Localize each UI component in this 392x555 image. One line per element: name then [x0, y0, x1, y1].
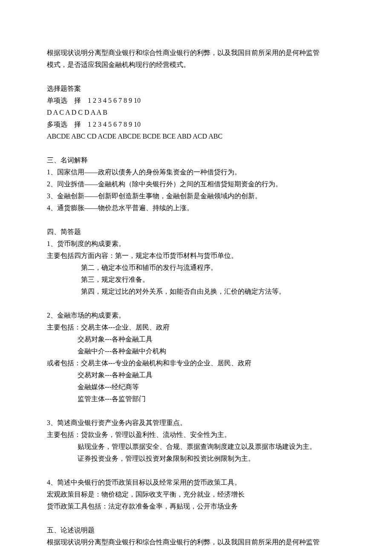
section-4-title: 四、简答题	[47, 226, 345, 238]
section-5-title: 五、论述说明题	[47, 524, 345, 536]
intro-paragraph: 根据现状说明分离型商业银行和综合性商业银行的利弊，以及我国目前所采用的是何种监管…	[47, 47, 345, 71]
q4-question: 4、简述中央银行的货币政策目标以及经常采用的货币政策工具。	[47, 477, 345, 489]
intro-line-1: 根据现状说明分离型商业银行和综合性商业银行的利弊，以及我国目前所采用的是何种监管	[47, 47, 345, 59]
q2-intro-1: 主要包括：交易主体---企业、居民、政府	[47, 321, 345, 333]
term-3: 3、金融创新——创新即创造新生事物，金融创新是金融领域内的创新。	[47, 190, 345, 202]
section-4-short-answers: 四、简答题 1、货币制度的构成要素。 主要包括四方面内容：第一，规定本位币货币材…	[47, 226, 345, 512]
q1-line-2: 第二，确定本位币和辅币的发行与流通程序。	[47, 262, 345, 274]
q1-line-3: 第三，规定发行准备。	[47, 274, 345, 286]
term-2: 2、同业拆借——金融机构（除中央银行外）之间的互相借贷短期资金的行为。	[47, 178, 345, 190]
q2-b2-line-2: 金融媒体---经纪商等	[47, 381, 345, 393]
choice-title: 选择题答案	[47, 83, 345, 95]
question-3: 3、简述商业银行资产业务内容及其管理重点。 主要包括：贷款业务，管理以盈利性、流…	[47, 417, 345, 465]
q3-intro: 主要包括：贷款业务，管理以盈利性、流动性、安全性为主。	[47, 429, 345, 441]
section-5-line-1: 根据现状说明分离型商业银行和综合性商业银行的利弊，以及我国目前所采用的是何种监管	[47, 536, 345, 548]
section-5-essay: 五、论述说明题 根据现状说明分离型商业银行和综合性商业银行的利弊，以及我国目前所…	[47, 524, 345, 548]
q3-question: 3、简述商业银行资产业务内容及其管理重点。	[47, 417, 345, 429]
q2-b2-line-3: 监管主体---各监管部门	[47, 393, 345, 405]
single-choice-answers: D A C A D C D A A B	[47, 107, 345, 119]
q1-line-4: 第四，规定过比的对外关系，如能否自由兑换，汇价的确定方法等。	[47, 286, 345, 298]
section-3-title: 三、名词解释	[47, 154, 345, 166]
q1-question: 1、货币制度的构成要素。	[47, 238, 345, 250]
term-4: 4、通货膨胀——物价总水平普遍、持续的上涨。	[47, 202, 345, 214]
q2-intro-2: 或者包括：交易主体---专业的金融机构和非专业的企业、居民、政府	[47, 357, 345, 369]
q2-b1-line-2: 金融中介---各种金融中介机构	[47, 345, 345, 357]
q3-line-2: 证券投资业务，管理以投资对象限制和投资比例限制为主。	[47, 453, 345, 465]
question-4: 4、简述中央银行的货币政策目标以及经常采用的货币政策工具。 宏观政策目标是：物价…	[47, 477, 345, 512]
multi-choice-answers: ABCDE ABC CD ACDE ABCDE BCDE BCE ABD ACD…	[47, 130, 345, 142]
term-1: 1、国家信用——政府以债务人的身份筹集资金的一种借贷行为。	[47, 166, 345, 178]
q1-intro: 主要包括四方面内容：第一，规定本位币货币材料与货币单位。	[47, 250, 345, 262]
q2-question: 2、金融市场的构成要素。	[47, 309, 345, 321]
section-3-terms: 三、名词解释 1、国家信用——政府以债务人的身份筹集资金的一种借贷行为。 2、同…	[47, 154, 345, 214]
multi-choice-label: 多项选 择 1 2 3 4 5 6 7 8 9 10	[47, 119, 345, 130]
q2-b2-line-1: 交易对象---各种金融工具	[47, 369, 345, 381]
question-2: 2、金融市场的构成要素。 主要包括：交易主体---企业、居民、政府 交易对象--…	[47, 309, 345, 405]
question-1: 1、货币制度的构成要素。 主要包括四方面内容：第一，规定本位币货币材料与货币单位…	[47, 238, 345, 298]
q4-line-1: 宏观政策目标是：物价稳定，国际收支平衡，充分就业，经济增长	[47, 489, 345, 500]
q2-b1-line-1: 交易对象---各种金融工具	[47, 333, 345, 345]
q3-line-1: 贴现业务，管理以票据安全、合规、票据查询制度建立以及票据市场建设为主。	[47, 441, 345, 453]
q4-line-2: 货币政策工具包括：法定存款准备金率，再贴现，公开市场业务	[47, 500, 345, 512]
single-choice-label: 单项选 择 1 2 3 4 5 6 7 8 9 10	[47, 95, 345, 107]
intro-line-2: 模式，是否适应我国金融机构现行的经营模式。	[47, 59, 345, 71]
document-page: 根据现状说明分离型商业银行和综合性商业银行的利弊，以及我国目前所采用的是何种监管…	[0, 0, 392, 555]
choice-answers-block: 选择题答案 单项选 择 1 2 3 4 5 6 7 8 9 10 D A C A…	[47, 83, 345, 142]
